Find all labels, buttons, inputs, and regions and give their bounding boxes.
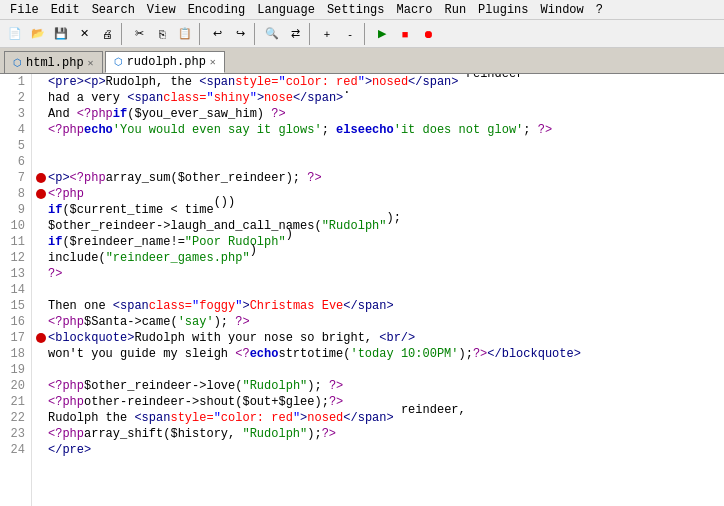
sep2 [199,23,203,45]
line-numbers: 1 2 3 4 5 6 7 8 9 10 11 12 13 14 15 16 1… [0,74,32,506]
zoom-in-button[interactable]: + [316,23,338,45]
ln-8: 8 [6,186,25,202]
rudolph-php-icon: ⬡ [114,56,123,68]
code-line-3: And <?php if($you_ever_saw_him) ?> [36,106,720,122]
code-line-19 [36,362,720,378]
toolbar: 📄 📂 💾 ✕ 🖨 ✂ ⎘ 📋 ↩ ↪ 🔍 ⇄ + - ▶ ■ ⏺ [0,20,724,48]
menu-macro[interactable]: Macro [390,1,438,19]
ln-1: 1 [6,74,25,90]
ln-10: 10 [6,218,25,234]
menu-run[interactable]: Run [439,1,473,19]
ln-23: 23 [6,426,25,442]
tab-html-php-label: html.php [26,56,84,70]
ln-20: 20 [6,378,25,394]
code-line-13: ?> [36,266,720,282]
tab-rudolph-php-label: rudolph.php [127,55,206,69]
ln-18: 18 [6,346,25,362]
editor: 1 2 3 4 5 6 7 8 9 10 11 12 13 14 15 16 1… [0,74,724,506]
menu-search[interactable]: Search [86,1,141,19]
code-line-20: <?php $other_reindeer->love("Rudolph"); … [36,378,720,394]
code-content[interactable]: <pre><p>Rudolph, the <span style="color:… [32,74,724,506]
code-line-21: <?php other-reindeer->shout($out+$glee);… [36,394,720,410]
code-line-15: Then one <span class="foggy">Christmas E… [36,298,720,314]
code-line-4: <?php echo 'You would even say it glows'… [36,122,720,138]
code-line-10: $other_reindeer->laugh_and_call_names("R… [36,218,720,234]
tab-rudolph-php[interactable]: ⬡ rudolph.php ✕ [105,51,225,73]
ln-12: 12 [6,250,25,266]
paste-button[interactable]: 📋 [174,23,196,45]
ln-7: 7 [6,170,25,186]
code-line-5 [36,138,720,154]
code-line-17: <blockquote>Rudolph with your nose so br… [36,330,720,346]
code-line-16: <?php $Santa->came('say'); ?> [36,314,720,330]
tabs-bar: ⬡ html.php ✕ ⬡ rudolph.php ✕ [0,48,724,74]
ln-19: 19 [6,362,25,378]
code-line-24: </pre> [36,442,720,458]
code-line-7: <p><?php array_sum($other_reindeer); ?> [36,170,720,186]
copy-button[interactable]: ⎘ [151,23,173,45]
ln-9: 9 [6,202,25,218]
code-line-9: if($current_time < time()) [36,202,720,218]
stop-button[interactable]: ■ [394,23,416,45]
code-line-12: include("reindeer_games.php") [36,250,720,266]
ln-11: 11 [6,234,25,250]
ln-21: 21 [6,394,25,410]
ln-14: 14 [6,282,25,298]
ln-5: 5 [6,138,25,154]
code-line-23: <?php array_shift($history, "Rudolph");?… [36,426,720,442]
close-button[interactable]: ✕ [73,23,95,45]
record-button[interactable]: ⏺ [417,23,439,45]
print-button[interactable]: 🖨 [96,23,118,45]
code-line-11: if($reindeer_name!="Poor Rudolph") [36,234,720,250]
sep5 [364,23,368,45]
menubar: File Edit Search View Encoding Language … [0,0,724,20]
zoom-out-button[interactable]: - [339,23,361,45]
sep4 [309,23,313,45]
open-button[interactable]: 📂 [27,23,49,45]
undo-button[interactable]: ↩ [206,23,228,45]
code-line-1: <pre><p>Rudolph, the <span style="color:… [36,74,720,90]
save-button[interactable]: 💾 [50,23,72,45]
menu-encoding[interactable]: Encoding [182,1,252,19]
sep1 [121,23,125,45]
ln-17: 17 [6,330,25,346]
tab-html-php[interactable]: ⬡ html.php ✕ [4,51,103,73]
ln-22: 22 [6,410,25,426]
code-line-18: won't you guide my sleigh <? echo strtot… [36,346,720,362]
tab-rudolph-php-close[interactable]: ✕ [210,56,216,68]
redo-button[interactable]: ↪ [229,23,251,45]
html-php-icon: ⬡ [13,57,22,69]
menu-view[interactable]: View [141,1,182,19]
code-line-22: Rudolph the <span style="color: red">nos… [36,410,720,426]
ln-3: 3 [6,106,25,122]
ln-4: 4 [6,122,25,138]
code-line-14 [36,282,720,298]
code-line-2: had a very <span class="shiny">nose</spa… [36,90,720,106]
menu-file[interactable]: File [4,1,45,19]
menu-edit[interactable]: Edit [45,1,86,19]
cut-button[interactable]: ✂ [128,23,150,45]
new-button[interactable]: 📄 [4,23,26,45]
ln-6: 6 [6,154,25,170]
replace-button[interactable]: ⇄ [284,23,306,45]
menu-help[interactable]: ? [590,1,609,19]
ln-13: 13 [6,266,25,282]
ln-15: 15 [6,298,25,314]
tab-html-php-close[interactable]: ✕ [88,57,94,69]
run-button[interactable]: ▶ [371,23,393,45]
sep3 [254,23,258,45]
ln-24: 24 [6,442,25,458]
menu-plugins[interactable]: Plugins [472,1,534,19]
menu-window[interactable]: Window [535,1,590,19]
ln-2: 2 [6,90,25,106]
ln-16: 16 [6,314,25,330]
code-line-6 [36,154,720,170]
menu-settings[interactable]: Settings [321,1,391,19]
find-button[interactable]: 🔍 [261,23,283,45]
code-line-8: <?php [36,186,720,202]
menu-language[interactable]: Language [251,1,321,19]
